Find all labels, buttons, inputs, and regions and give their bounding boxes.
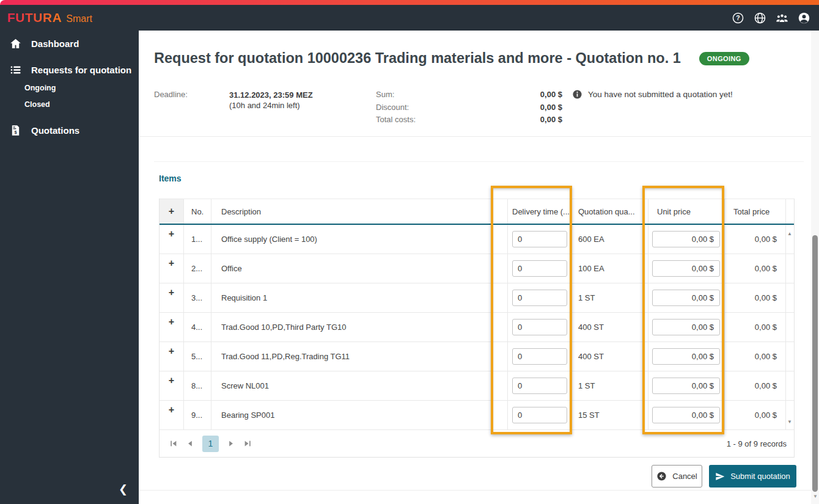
table-scrollbar: ▲	[786, 225, 794, 254]
scroll-down-icon[interactable]: ▼	[787, 419, 792, 425]
account-icon[interactable]	[798, 12, 810, 24]
summary-row-sum: Sum: 0,00 $	[376, 90, 562, 103]
delivery-cell	[508, 401, 572, 429]
sidebar-item-label: Requests for quotation	[31, 65, 131, 75]
section-divider	[154, 161, 804, 162]
expand-row-button[interactable]: +	[169, 229, 174, 239]
sidebar-item-label: Dashboard	[31, 38, 79, 49]
table-row: + 9... Bearing SP001 15 ST 0,00 $ ▼	[160, 401, 794, 430]
row-quantity: 1 ST	[572, 371, 648, 400]
table-row: + 5... Trad.Good 11,PD,Reg.Trading TG11 …	[160, 342, 794, 371]
table-row: + 1... Office supply (Client = 100) 600 …	[160, 225, 794, 254]
list-icon	[9, 64, 22, 76]
last-page-button[interactable]	[243, 439, 252, 448]
row-total-price: 0,00 $	[725, 342, 786, 371]
unit-price-cell	[648, 371, 725, 400]
row-total-price: 0,00 $	[725, 401, 786, 429]
sidebar-subitem-closed[interactable]: Closed	[24, 97, 50, 112]
items-section-title: Items	[159, 173, 182, 183]
deadline-value: 31.12.2023, 23:59 MEZ (10h and 24min lef…	[229, 90, 313, 111]
row-no: 9...	[184, 401, 211, 429]
delivery-cell	[508, 283, 572, 312]
cancel-button[interactable]: Cancel	[652, 465, 702, 488]
summary-row-total-costs: Total costs: 0,00 $	[376, 115, 562, 128]
expand-cell: +	[160, 283, 184, 312]
expand-row-button[interactable]: +	[169, 405, 174, 415]
sidebar-item-quotations[interactable]: $ Quotations	[0, 120, 139, 141]
table-header-row: + No. Description Delivery time (... Quo…	[160, 199, 794, 225]
unit-price-input[interactable]	[652, 260, 720, 277]
scroll-up-icon[interactable]: ▲	[787, 231, 792, 236]
column-header-unit-price: Unit price	[648, 199, 725, 224]
sidebar-item-label: Quotations	[31, 125, 79, 136]
row-total-price: 0,00 $	[725, 371, 786, 400]
expand-row-button[interactable]: +	[169, 258, 174, 268]
help-icon[interactable]: ?	[732, 12, 744, 24]
expand-row-button[interactable]: +	[169, 288, 174, 298]
table-scrollbar	[786, 371, 794, 400]
sidebar-subitem-ongoing[interactable]: Ongoing	[24, 81, 56, 95]
row-description: Office	[211, 254, 508, 283]
deadline-remaining: (10h and 24min left)	[229, 100, 313, 111]
row-total-price: 0,00 $	[725, 254, 786, 283]
row-quantity: 400 ST	[572, 342, 648, 371]
expand-cell: +	[160, 342, 184, 371]
expand-cell: +	[160, 225, 184, 254]
current-page-button[interactable]: 1	[202, 436, 219, 452]
delivery-time-input[interactable]	[512, 231, 567, 247]
page-scrollbar-thumb[interactable]	[812, 235, 818, 492]
unit-price-input[interactable]	[652, 407, 720, 423]
unit-price-input[interactable]	[652, 378, 720, 394]
unit-price-input[interactable]	[652, 231, 720, 247]
sidebar-collapse-button[interactable]: ❮	[119, 483, 128, 496]
sidebar: Dashboard Requests for quotation Ongoing…	[0, 31, 139, 504]
sidebar-item-dashboard[interactable]: Dashboard	[0, 33, 139, 54]
row-no: 5...	[184, 342, 211, 371]
row-total-price: 0,00 $	[725, 225, 786, 254]
row-description: Screw NL001	[211, 371, 508, 400]
items-table: + No. Description Delivery time (... Quo…	[159, 199, 795, 430]
delivery-time-input[interactable]	[512, 290, 567, 306]
info-note: You have not submitted a quotation yet!	[572, 89, 733, 100]
submit-quotation-button[interactable]: Submit quotation	[709, 465, 796, 488]
sum-value: 0,00 $	[540, 90, 562, 103]
expand-cell: +	[160, 254, 184, 283]
row-quantity: 600 EA	[572, 225, 648, 254]
row-quantity: 1 ST	[572, 283, 648, 312]
language-globe-icon[interactable]	[754, 12, 766, 24]
discount-value: 0,00 $	[540, 103, 562, 115]
table-scrollbar-header-gap	[786, 199, 794, 224]
table-row: + 4... Trad.Good 10,PD,Third Party TG10 …	[160, 313, 794, 342]
unit-price-input[interactable]	[652, 319, 720, 335]
delivery-time-input[interactable]	[512, 260, 567, 277]
expand-row-button[interactable]: +	[169, 317, 174, 327]
expand-row-button[interactable]: +	[169, 376, 174, 385]
sidebar-item-requests-for-quotation[interactable]: Requests for quotation	[0, 59, 139, 80]
row-description: Trad.Good 11,PD,Reg.Trading TG11	[211, 342, 508, 371]
sum-label: Sum:	[376, 90, 394, 103]
row-description: Requisition 1	[211, 283, 508, 312]
table-scrollbar	[786, 254, 794, 283]
next-page-button[interactable]	[227, 439, 235, 448]
first-page-button[interactable]	[169, 439, 178, 448]
expand-row-button[interactable]: +	[169, 346, 174, 356]
expand-cell: +	[160, 371, 184, 400]
cancel-button-label: Cancel	[672, 472, 697, 481]
brand-name: FUTURA	[7, 10, 62, 25]
previous-page-button[interactable]	[186, 439, 194, 448]
delivery-time-input[interactable]	[512, 407, 567, 423]
pager-controls: 1	[169, 436, 252, 452]
unit-price-cell	[648, 342, 725, 371]
users-group-icon[interactable]	[776, 12, 788, 24]
delivery-time-input[interactable]	[512, 378, 567, 394]
table-scrollbar	[786, 283, 794, 312]
row-no: 2...	[184, 254, 211, 283]
delivery-time-input[interactable]	[512, 319, 567, 335]
back-arrow-icon	[656, 471, 667, 481]
unit-price-input[interactable]	[652, 348, 720, 365]
column-header-description: Description	[211, 199, 508, 224]
unit-price-input[interactable]	[652, 290, 720, 306]
page-scroll-down-icon[interactable]: ▼	[813, 494, 818, 499]
delivery-time-input[interactable]	[512, 348, 567, 365]
receipt-dollar-icon: $	[9, 124, 22, 137]
